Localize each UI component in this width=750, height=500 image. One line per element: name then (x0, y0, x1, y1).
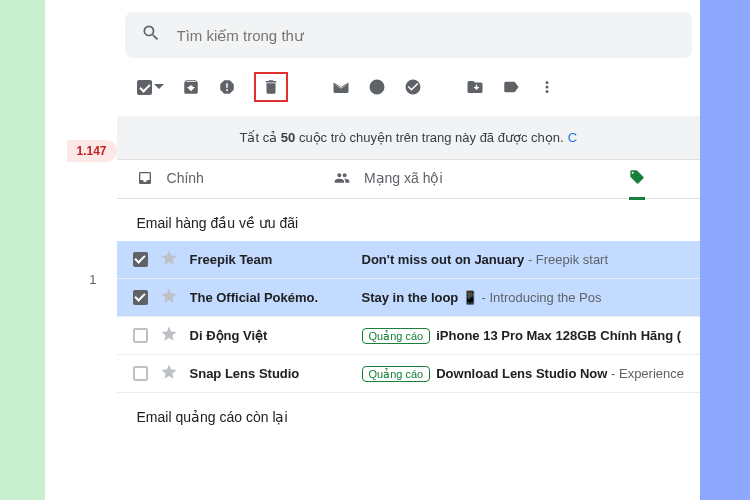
tab-promotions[interactable] (629, 169, 645, 200)
row-checkbox[interactable] (133, 328, 148, 343)
mark-unread-icon[interactable] (332, 78, 350, 96)
banner-link[interactable]: C (568, 130, 577, 145)
tab-social[interactable]: Mạng xã hội (334, 170, 443, 198)
labels-icon[interactable] (502, 78, 520, 96)
row-checkbox[interactable] (133, 252, 148, 267)
search-icon (141, 23, 161, 47)
more-icon[interactable] (538, 78, 556, 96)
add-task-icon[interactable] (404, 78, 422, 96)
row-sender: Di Động Việt (190, 328, 350, 343)
banner-count: 50 (281, 130, 295, 145)
email-row[interactable]: Snap Lens Studio Quảng cáoDownload Lens … (117, 355, 700, 393)
row-checkbox[interactable] (133, 366, 148, 381)
category-tabs: Chính Mạng xã hội (117, 160, 700, 199)
tab-social-label: Mạng xã hội (364, 170, 443, 186)
toolbar (117, 58, 700, 116)
row-subject: Stay in the loop (362, 290, 462, 305)
star-icon[interactable] (160, 249, 178, 270)
selection-banner: Tất cả 50 cuộc trò chuyện trên trang này… (117, 116, 700, 160)
email-row[interactable]: Freepik Team Don't miss out on January -… (117, 241, 700, 279)
sidebar-unread-badge[interactable]: 1.147 (67, 140, 117, 162)
row-snippet: - Freepik start (524, 252, 608, 267)
tab-primary-label: Chính (167, 170, 204, 186)
banner-suffix: cuộc trò chuyện trên trang này đã được c… (295, 130, 563, 145)
row-checkbox[interactable] (133, 290, 148, 305)
ad-chip: Quảng cáo (362, 328, 431, 344)
archive-icon[interactable] (182, 78, 200, 96)
search-bar[interactable] (125, 12, 692, 58)
row-sender: Snap Lens Studio (190, 366, 350, 381)
sidebar-item-count[interactable]: 1 (89, 272, 116, 287)
search-input[interactable] (177, 27, 676, 44)
row-subject: Download Lens Studio Now (436, 366, 607, 381)
star-icon[interactable] (160, 287, 178, 308)
row-snippet: - Introducing the Pos (478, 290, 602, 305)
select-all-checkbox[interactable] (137, 78, 164, 96)
chevron-down-icon[interactable] (154, 78, 164, 96)
star-icon[interactable] (160, 363, 178, 384)
row-sender: The Official Pokémo. (190, 290, 350, 305)
snooze-icon[interactable] (368, 78, 386, 96)
inbox-icon (137, 170, 153, 186)
banner-prefix: Tất cả (240, 130, 281, 145)
email-row[interactable]: The Official Pokémo. Stay in the loop 📱 … (117, 279, 700, 317)
report-spam-icon[interactable] (218, 78, 236, 96)
section-top-deals: Email hàng đầu về ưu đãi (117, 199, 700, 241)
tab-primary[interactable]: Chính (137, 170, 204, 198)
section-remaining-ads: Email quảng cáo còn lại (117, 393, 700, 435)
email-row[interactable]: Di Động Việt Quảng cáoiPhone 13 Pro Max … (117, 317, 700, 355)
ad-chip: Quảng cáo (362, 366, 431, 382)
star-icon[interactable] (160, 325, 178, 346)
row-subject: iPhone 13 Pro Max 128GB Chính Hãng ( (436, 328, 681, 343)
people-icon (334, 170, 350, 186)
row-sender: Freepik Team (190, 252, 350, 267)
move-to-icon[interactable] (466, 78, 484, 96)
phone-icon: 📱 (462, 290, 478, 305)
row-snippet: - Experience (607, 366, 684, 381)
tag-icon (629, 169, 645, 185)
row-subject: Don't miss out on January (362, 252, 525, 267)
delete-icon[interactable] (254, 72, 288, 102)
